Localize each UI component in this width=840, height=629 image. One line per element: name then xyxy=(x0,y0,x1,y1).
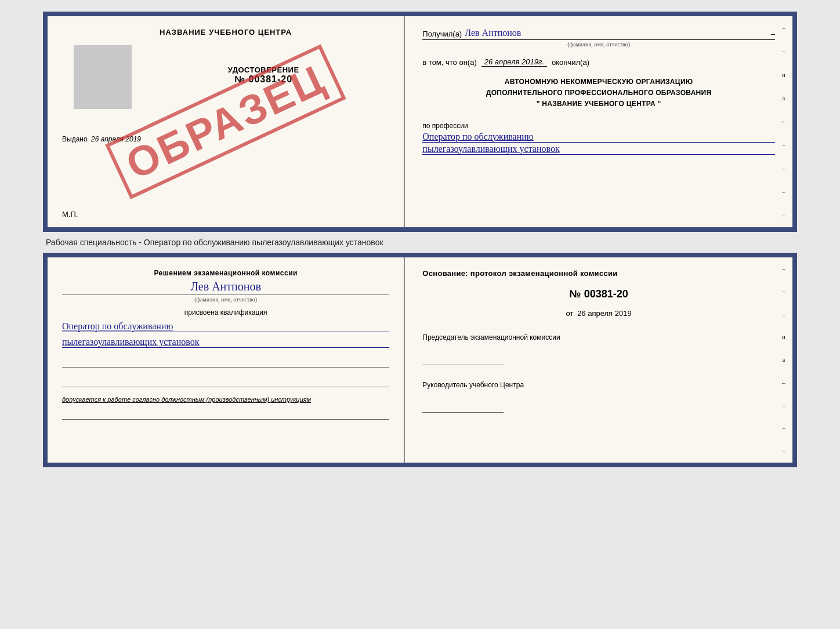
ot-date: от 26 апреля 2019 xyxy=(422,309,775,318)
document-bottom: Решением экзаменационной комиссии Лев Ан… xyxy=(43,253,797,467)
blank-line3 xyxy=(62,409,389,420)
right-side-dashes: – – и а ← – – – – xyxy=(778,16,790,227)
udostoverenie-number: № 00381-20 xyxy=(228,74,299,85)
dopuskaetsya-text: допускается к работе согласно должностны… xyxy=(62,396,389,403)
udostoverenie-label: УДОСТОВЕРЕНИЕ xyxy=(228,66,299,74)
profession-value1: Оператор по обслуживанию xyxy=(422,132,775,143)
left-title: НАЗВАНИЕ УЧЕБНОГО ЦЕНТРА xyxy=(160,28,292,37)
photo-placeholder xyxy=(74,45,132,109)
rukovoditel-signature-line xyxy=(422,402,504,413)
mp-line: М.П. xyxy=(62,210,78,219)
okonchil-label: окончил(а) xyxy=(552,58,589,67)
dopuskaetsya-rest: работе согласно должностным (производств… xyxy=(107,396,311,403)
poluchil-label: Получил(а) xyxy=(422,30,462,38)
profession-block: по профессии Оператор по обслуживанию пы… xyxy=(422,117,775,155)
chairman-label: Председатель экзаменационной комиссии xyxy=(422,332,775,343)
org-line3: " НАЗВАНИЕ УЧЕБНОГО ЦЕНТРА " xyxy=(422,99,775,110)
receiver-name: Лев Антпонов xyxy=(465,28,762,38)
right-side-dashes2: – – – и а ← – – – xyxy=(778,257,790,463)
blank-line1 xyxy=(62,357,389,368)
bottom-left: Решением экзаменационной комиссии Лев Ан… xyxy=(48,257,405,463)
doc-left: НАЗВАНИЕ УЧЕБНОГО ЦЕНТРА УДОСТОВЕРЕНИЕ №… xyxy=(48,16,405,227)
fio-sub-bottom: (фамилия, имя, отчество) xyxy=(62,294,389,303)
doc-right: Получил(а) Лев Антпонов – (фамилия, имя,… xyxy=(405,16,792,227)
person-name-bottom: Лев Антпонов xyxy=(62,280,389,293)
org-block: АВТОНОМНУЮ НЕКОММЕРЧЕСКУЮ ОРГАНИЗАЦИЮ ДО… xyxy=(422,77,775,110)
udostoverenie-block: УДОСТОВЕРЕНИЕ № 00381-20 xyxy=(228,66,299,85)
protocol-number: № 00381-20 xyxy=(422,288,775,300)
osnovanie-label: Основание: протокол экзаменационной коми… xyxy=(422,269,775,278)
profession-value2: пылегазоулавливающих установок xyxy=(422,144,775,155)
kvalif-value2: пылегазоулавливающих установок xyxy=(62,337,389,348)
receiver-line: Получил(а) Лев Антпонов – xyxy=(422,28,775,40)
prisvoena-text: присвоена квалификация xyxy=(62,308,389,317)
blank-line2 xyxy=(62,376,389,387)
vtom-line: в том, что он(а) 26 апреля 2019г. окончи… xyxy=(422,57,775,67)
vtom-date: 26 апреля 2019г. xyxy=(481,57,547,67)
chairman-signature-line xyxy=(422,354,504,365)
receiver-block: Получил(а) Лев Антпонов – (фамилия, имя,… xyxy=(422,28,775,48)
separator-label: Рабочая специальность - Оператор по обсл… xyxy=(43,232,797,253)
org-line1: АВТОНОМНУЮ НЕКОММЕРЧЕСКУЮ ОРГАНИЗАЦИЮ xyxy=(422,77,775,88)
resheniem-text: Решением экзаменационной комиссии xyxy=(62,269,389,277)
org-line2: ДОПОЛНИТЕЛЬНОГО ПРОФЕССИОНАЛЬНОГО ОБРАЗО… xyxy=(422,88,775,99)
dopuskaetsya-prefix: допускается к xyxy=(62,396,107,403)
vtom-label: в том, что он(а) xyxy=(422,58,476,67)
vydano-date: 26 апреля 2019 xyxy=(91,135,141,143)
fio-sub-top: (фамилия, имя, отчество) xyxy=(422,41,775,48)
profession-label: по профессии xyxy=(422,122,775,130)
rukovoditel-label: Руководитель учебного Центра xyxy=(422,380,775,390)
vydano-label: Выдано xyxy=(62,135,88,143)
page-wrapper: НАЗВАНИЕ УЧЕБНОГО ЦЕНТРА УДОСТОВЕРЕНИЕ №… xyxy=(12,12,828,467)
ot-label: от xyxy=(566,309,574,318)
rukovoditel-block: Руководитель учебного Центра xyxy=(422,380,775,413)
kvalif-value1: Оператор по обслуживанию xyxy=(62,321,389,332)
chairman-block: Председатель экзаменационной комиссии xyxy=(422,332,775,365)
document-top: НАЗВАНИЕ УЧЕБНОГО ЦЕНТРА УДОСТОВЕРЕНИЕ №… xyxy=(43,12,797,232)
dash1: – xyxy=(771,30,775,38)
bottom-right: Основание: протокол экзаменационной коми… xyxy=(405,257,792,463)
vydano-line: Выдано 26 апреля 2019 xyxy=(62,135,141,143)
ot-date-value: 26 апреля 2019 xyxy=(577,309,632,318)
